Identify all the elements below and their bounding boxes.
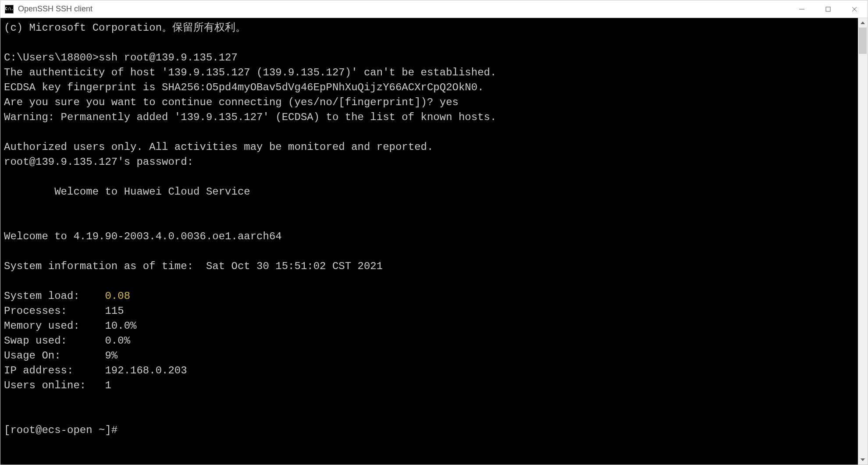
window-title: OpenSSH SSH client: [18, 4, 789, 14]
line-usage: Usage On: 9%: [4, 350, 117, 362]
titlebar[interactable]: C:\. OpenSSH SSH client: [0, 0, 868, 18]
system-load-value: 0.08: [105, 290, 130, 302]
chevron-up-icon: [861, 21, 865, 24]
line-ssh-command: C:\Users\18800>ssh root@139.9.135.127: [4, 52, 238, 64]
terminal-output[interactable]: (c) Microsoft Corporation。保留所有权利。 C:\Use…: [0, 18, 858, 465]
line-confirm: Are you sure you want to continue connec…: [4, 96, 459, 108]
svg-rect-1: [826, 7, 830, 11]
line-memory: Memory used: 10.0%: [4, 320, 136, 332]
terminal-container: (c) Microsoft Corporation。保留所有权利。 C:\Use…: [0, 18, 868, 465]
scrollbar-thumb[interactable]: [859, 28, 867, 54]
line-ip: IP address: 192.168.0.203: [4, 365, 187, 376]
line-copyright: (c) Microsoft Corporation。保留所有权利。: [4, 22, 246, 34]
line-sysinfo-time: System information as of time: Sat Oct 3…: [4, 260, 383, 272]
minimize-button[interactable]: [789, 0, 815, 18]
line-authorized: Authorized users only. All activities ma…: [4, 141, 433, 153]
app-icon: C:\.: [5, 5, 14, 14]
window-controls: [789, 0, 868, 18]
line-warning: Warning: Permanently added '139.9.135.12…: [4, 111, 496, 123]
scroll-up-arrow[interactable]: [858, 18, 868, 28]
scroll-down-arrow[interactable]: [858, 455, 868, 465]
line-fingerprint: ECDSA key fingerprint is SHA256:O5pd4myO…: [4, 82, 484, 93]
line-authenticity: The authenticity of host '139.9.135.127 …: [4, 67, 496, 78]
line-root-prompt: [root@ecs-open ~]#: [4, 424, 117, 436]
close-button[interactable]: [841, 0, 868, 18]
line-processes: Processes: 115: [4, 305, 124, 317]
line-password-prompt: root@139.9.135.127's password:: [4, 156, 193, 168]
line-welcome-kernel: Welcome to 4.19.90-2003.4.0.0036.oe1.aar…: [4, 231, 282, 242]
maximize-icon: [825, 6, 831, 12]
maximize-button[interactable]: [815, 0, 841, 18]
chevron-down-icon: [861, 458, 865, 461]
line-swap: Swap used: 0.0%: [4, 335, 130, 347]
line-users-online: Users online: 1: [4, 380, 111, 391]
vertical-scrollbar[interactable]: [858, 18, 868, 465]
window-frame: C:\. OpenSSH SSH client (c) Microsoft Co…: [0, 0, 868, 465]
close-icon: [851, 6, 857, 12]
minimize-icon: [799, 6, 805, 12]
line-system-load: System load: 0.08: [4, 290, 130, 302]
line-welcome-huawei: Welcome to Huawei Cloud Service: [4, 186, 250, 198]
